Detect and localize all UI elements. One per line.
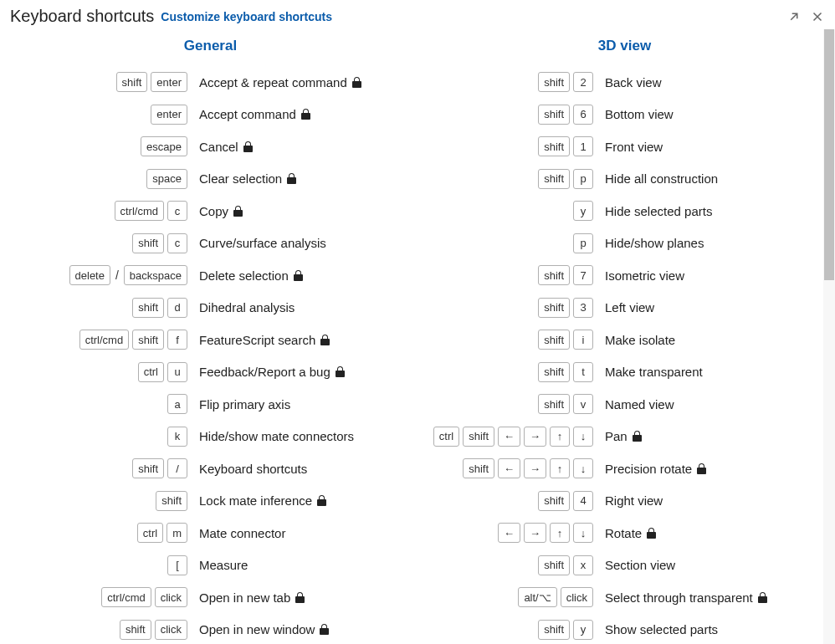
- shortcut-action: Front view: [605, 140, 663, 154]
- shortcut-action: Clear selection: [199, 171, 296, 186]
- shortcut-action-label: Precision rotate: [605, 462, 692, 476]
- shortcut-row: ctrlshift←→↑↓Pan: [426, 421, 823, 453]
- key-cap: click: [561, 587, 593, 607]
- key-cap: ←: [498, 427, 520, 447]
- shortcut-action: Hide/show planes: [605, 236, 704, 250]
- shortcut-keys: k: [12, 427, 187, 447]
- key-cap: enter: [151, 105, 187, 125]
- lock-icon: [233, 206, 243, 217]
- shortcut-action-label: Delete selection: [199, 268, 289, 283]
- key-cap: ↓: [573, 458, 593, 478]
- lock-icon: [294, 270, 303, 281]
- shortcut-action: Precision rotate: [605, 462, 706, 476]
- lock-icon: [352, 77, 361, 88]
- shortcut-row: shift4Right view: [426, 485, 823, 518]
- key-cap: /: [167, 458, 187, 478]
- shortcut-row: ctrl/cmdshiftfFeatureScript search: [12, 324, 409, 356]
- key-cap: shift: [156, 491, 187, 511]
- shortcut-action: Hide all construction: [605, 171, 718, 186]
- shortcut-row: shift2Back view: [426, 66, 823, 99]
- lock-icon: [301, 109, 310, 120]
- shortcut-action-label: Isometric view: [605, 268, 684, 283]
- shortcut-action-label: Cancel: [199, 140, 238, 154]
- key-cap: ↑: [550, 458, 570, 478]
- dialog-content: General shiftenterAccept & repeat comman…: [0, 29, 835, 644]
- close-icon[interactable]: [810, 9, 825, 24]
- shortcut-action-label: Open in new tab: [199, 590, 290, 605]
- key-cap: 1: [573, 136, 593, 156]
- key-cap: c: [167, 201, 187, 221]
- popout-icon[interactable]: [786, 9, 802, 24]
- scrollbar-track[interactable]: [823, 29, 835, 644]
- shortcut-action: Make isolate: [605, 333, 675, 347]
- shortcut-action: Rotate: [605, 526, 656, 540]
- shortcut-action: FeatureScript search: [199, 333, 330, 347]
- shortcut-keys: ctrlshift←→↑↓: [426, 427, 593, 447]
- shortcut-row: shift/Keyboard shortcuts: [12, 452, 409, 485]
- shortcut-keys: shift: [12, 491, 187, 511]
- shortcut-action-label: Open in new window: [199, 622, 315, 636]
- key-cap: ↑: [550, 523, 570, 543]
- shortcut-row: shiftyShow selected parts: [426, 614, 823, 645]
- shortcut-action-label: Flip primary axis: [199, 397, 290, 411]
- shortcut-action-label: Pan: [605, 429, 628, 443]
- shortcut-row: shiftclickOpen in new window: [12, 614, 409, 645]
- shortcut-action-label: Rotate: [605, 526, 642, 540]
- shortcut-keys: y: [426, 201, 593, 221]
- key-cap: 3: [573, 298, 593, 318]
- shortcut-action-label: Make transparent: [605, 365, 703, 379]
- shortcut-row: shiftdDihedral analysis: [12, 292, 409, 325]
- lock-icon: [243, 141, 253, 152]
- shortcut-keys: ←→↑↓: [426, 523, 593, 543]
- key-cap: x: [573, 555, 593, 575]
- shortcut-action-label: Right view: [605, 493, 663, 508]
- shortcut-row: shifttMake transparent: [426, 356, 823, 389]
- key-cap: a: [167, 394, 187, 414]
- shortcut-keys: ctrl/cmdc: [12, 201, 187, 221]
- scrollbar-thumb[interactable]: [824, 29, 834, 280]
- shortcut-keys: shift2: [426, 72, 593, 92]
- shortcut-row: alt/⌥clickSelect through transparent: [426, 581, 823, 614]
- shortcut-row: shiftxSection view: [426, 549, 823, 582]
- shortcut-row: enterAccept command: [12, 99, 409, 131]
- key-cap: →: [524, 458, 546, 478]
- key-cap: y: [573, 201, 593, 221]
- shortcut-row: [Measure: [12, 549, 409, 582]
- shortcut-action-label: Clear selection: [199, 171, 282, 186]
- key-cap: k: [167, 427, 187, 447]
- key-cap: 7: [573, 265, 593, 285]
- key-cap: shift: [132, 330, 164, 350]
- shortcut-row: ctrl/cmdclickOpen in new tab: [12, 581, 409, 614]
- key-cap: shift: [132, 233, 164, 253]
- key-cap: ctrl/cmd: [115, 201, 165, 221]
- shortcut-row: ctrluFeedback/Report a bug: [12, 356, 409, 389]
- key-cap: shift: [132, 458, 164, 478]
- key-cap: ctrl: [138, 362, 164, 382]
- lock-icon: [320, 335, 330, 345]
- shortcut-action: Accept command: [199, 107, 310, 121]
- shortcut-keys: shift/: [12, 458, 187, 478]
- shortcut-keys: shift3: [426, 298, 593, 318]
- shortcut-action: Open in new tab: [199, 590, 305, 605]
- key-cap: ↑: [550, 427, 570, 447]
- customize-link[interactable]: Customize keyboard shortcuts: [161, 10, 332, 23]
- shortcut-action: Right view: [605, 493, 663, 508]
- key-cap: 2: [573, 72, 593, 92]
- shortcut-row: aFlip primary axis: [12, 388, 409, 421]
- key-cap: ↓: [573, 523, 593, 543]
- shortcut-action-label: Left view: [605, 300, 654, 314]
- shortcut-row: ←→↑↓Rotate: [426, 517, 823, 549]
- shortcut-action-label: Back view: [605, 75, 662, 89]
- shortcut-row: ctrl/cmdcCopy: [12, 195, 409, 227]
- shortcut-row: shiftLock mate inference: [12, 485, 409, 518]
- key-cap: ctrl/cmd: [101, 587, 151, 607]
- key-cap: d: [167, 298, 187, 318]
- key-cap: shift: [538, 72, 570, 92]
- shortcut-action: Keyboard shortcuts: [199, 462, 307, 476]
- shortcut-keys: shiftp: [426, 169, 593, 189]
- key-cap: shift: [116, 72, 148, 92]
- key-cap: alt/⌥: [518, 587, 556, 607]
- key-cap: 4: [573, 491, 593, 511]
- key-cap: shift: [538, 105, 570, 125]
- key-cap: →: [524, 427, 546, 447]
